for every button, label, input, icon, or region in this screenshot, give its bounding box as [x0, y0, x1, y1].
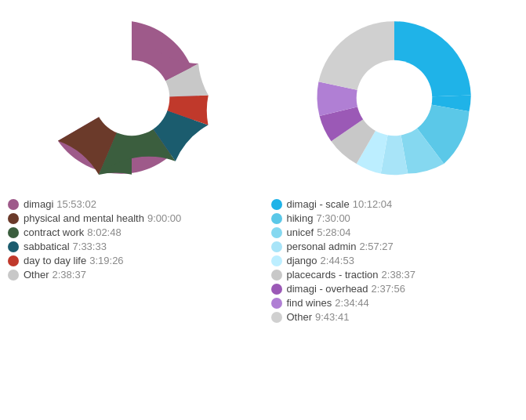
django-value: 2:44:53 — [321, 255, 354, 266]
personal-admin-dot — [271, 241, 282, 252]
contract-label: contract work — [24, 226, 84, 238]
other-left-value: 2:38:37 — [53, 269, 86, 281]
daytoday-dot — [8, 255, 19, 266]
find-wines-value: 2:34:44 — [335, 297, 368, 309]
sabbatical-label: sabbatical — [24, 241, 70, 252]
dimagi-label: dimagi — [24, 198, 53, 210]
list-item: physical and mental health 9:00:00 — [8, 212, 256, 224]
list-item: placecards - traction 2:38:37 — [271, 269, 519, 281]
physical-dot — [8, 213, 19, 224]
other-right-value: 9:43:41 — [315, 311, 349, 323]
list-item: unicef 5:28:04 — [271, 226, 519, 238]
other-right-label: Other — [287, 311, 313, 323]
list-item: django 2:44:53 — [271, 255, 519, 266]
dimagi-scale-value: 10:12:04 — [353, 198, 393, 210]
svg-point-0 — [93, 60, 169, 136]
unicef-dot — [271, 227, 282, 238]
personal-admin-value: 2:57:27 — [359, 241, 393, 252]
dimagi-overhead-value: 2:37:56 — [372, 283, 405, 295]
personal-admin-label: personal admin — [287, 241, 357, 252]
right-chart — [304, 8, 484, 188]
dimagi-scale-dot — [271, 199, 282, 210]
sabbatical-dot — [8, 241, 19, 252]
dimagi-overhead-label: dimagi - overhead — [287, 283, 368, 295]
contract-value: 8:02:48 — [87, 226, 121, 238]
hiking-label: hiking — [287, 212, 314, 224]
physical-value: 9:00:00 — [147, 212, 181, 224]
placecards-label: placecards - traction — [287, 269, 379, 281]
daytoday-label: day to day life — [24, 255, 86, 266]
dimagi-value: 15:53:02 — [56, 198, 96, 210]
left-panel: dimagi 15:53:02 physical and mental heal… — [0, 8, 263, 412]
placecards-value: 2:38:37 — [382, 269, 415, 281]
daytoday-value: 3:19:26 — [89, 255, 123, 266]
contract-dot — [8, 227, 19, 238]
list-item: personal admin 2:57:27 — [271, 241, 519, 252]
find-wines-label: find wines — [287, 297, 332, 309]
list-item: dimagi - scale 10:12:04 — [271, 198, 519, 210]
left-legend: dimagi 15:53:02 physical and mental heal… — [0, 196, 263, 283]
other-left-dot — [8, 270, 19, 281]
find-wines-dot — [271, 298, 282, 309]
unicef-label: unicef — [287, 226, 314, 238]
right-legend: dimagi - scale 10:12:04 hiking 7:30:00 u… — [263, 196, 527, 325]
right-panel: dimagi - scale 10:12:04 hiking 7:30:00 u… — [263, 8, 527, 412]
physical-label: physical and mental health — [24, 212, 144, 224]
list-item: dimagi - overhead 2:37:56 — [271, 283, 519, 295]
dimagi-scale-label: dimagi - scale — [287, 198, 350, 210]
list-item: Other 2:38:37 — [8, 269, 256, 281]
other-right-dot — [271, 312, 282, 323]
dimagi-overhead-dot — [271, 284, 282, 295]
sabbatical-value: 7:33:33 — [73, 241, 107, 252]
placecards-dot — [271, 270, 282, 281]
svg-point-1 — [357, 60, 433, 136]
other-left-label: Other — [24, 269, 49, 281]
dimagi-dot — [8, 199, 19, 210]
list-item: find wines 2:34:44 — [271, 297, 519, 309]
list-item: dimagi 15:53:02 — [8, 198, 256, 210]
list-item: day to day life 3:19:26 — [8, 255, 256, 266]
left-donut-svg — [42, 8, 222, 188]
list-item: hiking 7:30:00 — [271, 212, 519, 224]
right-donut-svg — [304, 8, 484, 188]
list-item: sabbatical 7:33:33 — [8, 241, 256, 252]
list-item: contract work 8:02:48 — [8, 226, 256, 238]
unicef-value: 5:28:04 — [317, 226, 350, 238]
hiking-value: 7:30:00 — [316, 212, 350, 224]
django-label: django — [287, 255, 317, 266]
list-item: Other 9:43:41 — [271, 311, 519, 323]
django-dot — [271, 255, 282, 266]
hiking-dot — [271, 213, 282, 224]
left-chart — [42, 8, 222, 188]
